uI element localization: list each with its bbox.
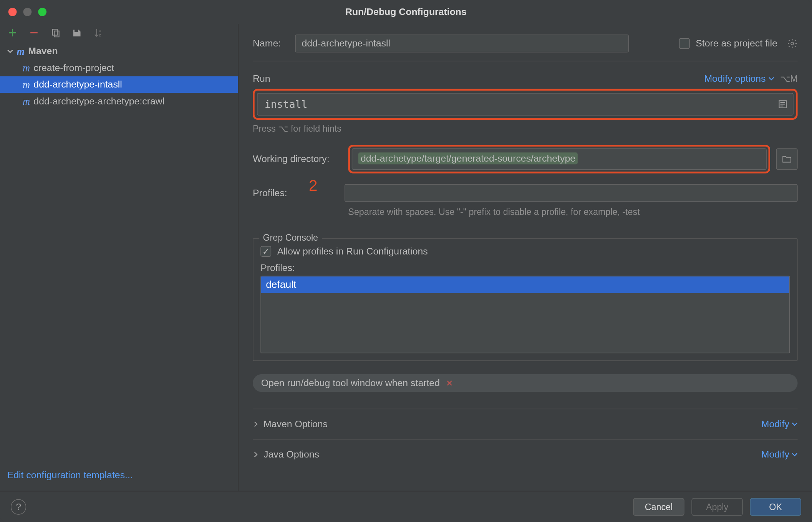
- java-options-label: Java Options: [263, 449, 319, 460]
- annotation-2: 2: [309, 176, 317, 195]
- add-config-icon[interactable]: [7, 27, 18, 38]
- java-options-row[interactable]: Java Options Modify: [253, 439, 798, 469]
- chevron-right-icon: [253, 451, 259, 458]
- chevron-down-icon: [6, 48, 15, 55]
- command-input[interactable]: [257, 93, 794, 116]
- expand-field-icon[interactable]: [778, 99, 787, 109]
- profiles-hint: Separate with spaces. Use "-" prefix to …: [348, 207, 797, 217]
- ok-button[interactable]: OK: [750, 498, 801, 516]
- command-hint: Press ⌥ for field hints: [253, 123, 798, 134]
- name-label: Name:: [253, 38, 281, 49]
- tree-root-maven[interactable]: m Maven: [0, 43, 238, 59]
- remove-chip-icon[interactable]: ✕: [446, 378, 453, 388]
- remove-config-icon[interactable]: [28, 27, 39, 38]
- edit-templates-link[interactable]: Edit configuration templates...: [7, 470, 133, 480]
- svg-point-5: [791, 42, 794, 45]
- tree-item-label: create-from-project: [33, 63, 114, 73]
- window-minimize-dot[interactable]: [23, 8, 32, 16]
- save-config-icon[interactable]: [71, 27, 82, 38]
- working-dir-highlight: ddd-archetype/target/generated-sources/a…: [348, 145, 770, 173]
- working-dir-input[interactable]: ddd-archetype/target/generated-sources/a…: [352, 148, 767, 170]
- command-field-highlight: [253, 89, 798, 120]
- chevron-down-icon: [792, 451, 798, 458]
- config-toolbar: az: [0, 24, 238, 42]
- list-item[interactable]: default: [261, 276, 789, 293]
- maven-icon: m: [23, 79, 30, 89]
- name-input[interactable]: [295, 35, 629, 53]
- open-tool-window-chip[interactable]: Open run/debug tool window when started …: [253, 374, 798, 392]
- sort-config-icon[interactable]: az: [93, 27, 104, 38]
- help-button[interactable]: ?: [11, 499, 26, 514]
- svg-text:z: z: [99, 33, 101, 37]
- title-bar: Run/Debug Configurations: [0, 0, 812, 24]
- svg-rect-0: [30, 32, 38, 33]
- tree-item-label: ddd-archetype-archetype:crawl: [33, 96, 164, 107]
- grep-console-legend: Grep Console: [259, 232, 321, 242]
- tree-item-label: ddd-archetype-intasll: [33, 79, 122, 90]
- allow-profiles-checkbox[interactable]: [260, 246, 271, 257]
- run-section-label: Run: [253, 73, 270, 84]
- allow-profiles-label: Allow profiles in Run Configurations: [277, 246, 428, 257]
- cancel-button[interactable]: Cancel: [633, 498, 684, 516]
- maven-icon: m: [17, 46, 25, 56]
- maven-modify-link[interactable]: Modify: [761, 419, 798, 429]
- maven-options-row[interactable]: Maven Options Modify: [253, 409, 798, 439]
- chevron-right-icon: [253, 421, 259, 427]
- window-title: Run/Debug Configurations: [0, 7, 812, 17]
- config-tree: m Maven m create-from-project m ddd-arch…: [0, 42, 238, 462]
- browse-folder-button[interactable]: [776, 148, 798, 170]
- gear-icon[interactable]: [787, 38, 798, 49]
- grep-profiles-label: Profiles:: [260, 263, 790, 273]
- modify-shortcut: ⌥M: [780, 73, 798, 84]
- working-dir-label: Working directory:: [253, 154, 348, 164]
- tree-item[interactable]: m ddd-archetype-archetype:crawl: [0, 93, 238, 109]
- apply-button[interactable]: Apply: [691, 498, 742, 516]
- tree-item[interactable]: m create-from-project: [0, 59, 238, 76]
- svg-rect-1: [53, 29, 57, 35]
- maven-icon: m: [23, 96, 30, 106]
- svg-rect-2: [54, 31, 59, 37]
- window-close-dot[interactable]: [8, 8, 17, 16]
- profiles-label: Profiles:: [253, 188, 287, 198]
- grep-profiles-list[interactable]: default: [260, 276, 790, 354]
- copy-config-icon[interactable]: [50, 27, 61, 38]
- profiles-input[interactable]: [345, 184, 798, 202]
- java-modify-link[interactable]: Modify: [761, 449, 798, 460]
- tree-root-label: Maven: [28, 46, 58, 57]
- maven-options-label: Maven Options: [263, 419, 328, 429]
- tree-item[interactable]: m ddd-archetype-intasll: [0, 76, 238, 93]
- chevron-down-icon: [768, 76, 774, 82]
- store-as-project-checkbox[interactable]: [679, 38, 690, 49]
- grep-console-group: Grep Console Allow profiles in Run Confi…: [253, 238, 798, 361]
- store-as-project-label: Store as project file: [696, 38, 777, 49]
- modify-options-link[interactable]: Modify options: [704, 73, 774, 84]
- maven-icon: m: [23, 63, 30, 73]
- chevron-down-icon: [792, 421, 798, 427]
- window-zoom-dot[interactable]: [38, 8, 46, 16]
